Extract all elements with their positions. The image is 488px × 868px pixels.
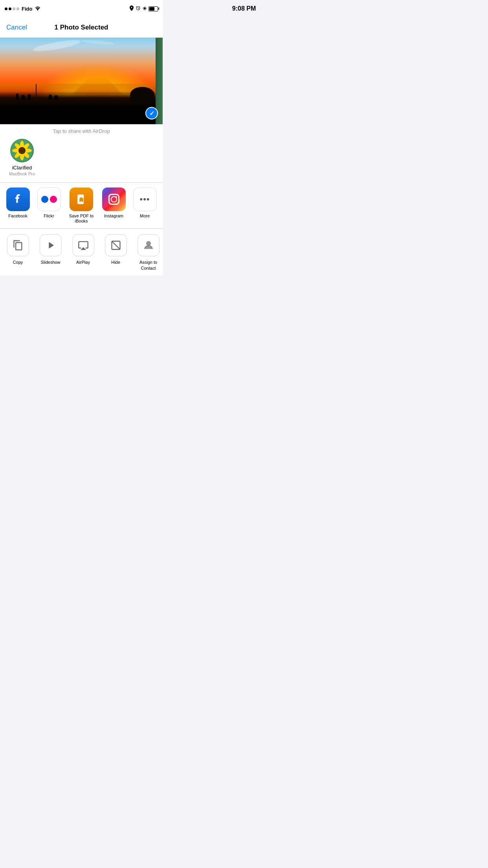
action-item-hide[interactable]: Hide: [99, 234, 132, 271]
copy-icon: [13, 240, 24, 251]
app-label-facebook: Facebook: [8, 213, 27, 219]
alarm-icon: [136, 6, 141, 12]
device-avatar: [10, 139, 34, 162]
svg-point-0: [37, 10, 38, 11]
svg-point-17: [23, 151, 24, 151]
airplay-icon: [78, 240, 89, 251]
app-item-ibooks[interactable]: Save PDF to iBooks: [65, 188, 97, 224]
device-name: iClarified: [12, 165, 32, 171]
hide-icon-wrap: [105, 234, 127, 256]
flickr-dot-pink: [50, 196, 57, 203]
signal-dot-3: [13, 7, 15, 10]
share-apps-section: Facebook Flickr Save PDF to iBooks: [0, 183, 163, 229]
app-item-instagram[interactable]: Instagram: [99, 188, 128, 224]
app-label-instagram: Instagram: [104, 213, 123, 219]
action-label-hide: Hide: [111, 259, 120, 265]
status-bar: Fido 9:08 PM ✳: [0, 0, 163, 17]
signal-dot-1: [5, 7, 7, 10]
actions-section: Copy Slideshow AirPlay: [0, 229, 163, 276]
app-label-ibooks: Save PDF to iBooks: [65, 213, 97, 224]
app-item-flickr[interactable]: Flickr: [34, 188, 64, 224]
sunset-image: [0, 38, 163, 124]
airplay-icon-wrap: [72, 234, 94, 256]
cancel-button[interactable]: Cancel: [6, 24, 27, 31]
flickr-icon: [37, 188, 61, 211]
actions-row: Copy Slideshow AirPlay: [0, 231, 163, 274]
nav-bar: Cancel 1 Photo Selected: [0, 17, 163, 38]
svg-point-24: [147, 242, 150, 245]
selection-checkmark: [145, 107, 158, 120]
action-item-airplay[interactable]: AirPlay: [67, 234, 99, 271]
copy-icon-wrap: [7, 234, 29, 256]
action-item-slideshow[interactable]: Slideshow: [34, 234, 67, 271]
app-label-flickr: Flickr: [44, 213, 54, 219]
instagram-ring: [108, 194, 119, 205]
action-label-assign: Assign to Contact: [132, 259, 163, 271]
svg-point-12: [19, 148, 25, 153]
instagram-icon: [102, 188, 126, 211]
svg-point-14: [22, 149, 23, 150]
assign-to-contact-icon: [143, 240, 154, 251]
status-left: Fido: [5, 6, 41, 12]
ibooks-icon: [70, 188, 93, 211]
sunflower-avatar: [11, 140, 33, 162]
app-label-more: More: [140, 213, 150, 219]
page-title: 1 Photo Selected: [55, 24, 108, 31]
carrier-name: Fido: [22, 6, 32, 12]
slideshow-icon: [45, 240, 56, 251]
signal-dot-2: [9, 7, 11, 10]
selected-photo[interactable]: [0, 38, 163, 124]
action-label-slideshow: Slideshow: [40, 259, 60, 265]
svg-point-13: [21, 149, 22, 150]
app-item-more[interactable]: ••• More: [130, 188, 160, 224]
svg-point-15: [22, 151, 22, 152]
battery-icon: [149, 6, 158, 11]
action-label-airplay: AirPlay: [76, 259, 90, 265]
svg-point-16: [20, 151, 21, 151]
signal-dot-4: [17, 7, 19, 10]
device-description: MacBook Pro: [9, 171, 35, 176]
bluetooth-icon: ✳: [143, 6, 147, 11]
action-item-copy[interactable]: Copy: [2, 234, 34, 271]
signal-dots: [5, 7, 19, 10]
hide-icon: [110, 240, 121, 251]
more-dots: •••: [139, 194, 150, 204]
wifi-icon: [35, 6, 41, 12]
flickr-dot-blue: [41, 196, 48, 203]
airdrop-device-item[interactable]: iClarified MacBook Pro: [6, 139, 38, 176]
facebook-icon: [6, 188, 30, 211]
app-item-facebook[interactable]: Facebook: [3, 188, 33, 224]
location-icon: [130, 6, 134, 12]
airdrop-section: Tap to share with AirDrop: [0, 124, 163, 183]
status-right: ✳: [130, 6, 158, 12]
slideshow-icon-wrap: [40, 234, 62, 256]
photo-strip: [0, 38, 163, 124]
svg-line-21: [112, 241, 120, 250]
assign-icon-wrap: [138, 234, 160, 256]
action-item-assign[interactable]: Assign to Contact: [132, 234, 163, 271]
more-icon: •••: [133, 188, 157, 211]
airdrop-hint: Tap to share with AirDrop: [6, 128, 156, 134]
action-label-copy: Copy: [13, 259, 23, 265]
apps-row: Facebook Flickr Save PDF to iBooks: [0, 188, 163, 224]
